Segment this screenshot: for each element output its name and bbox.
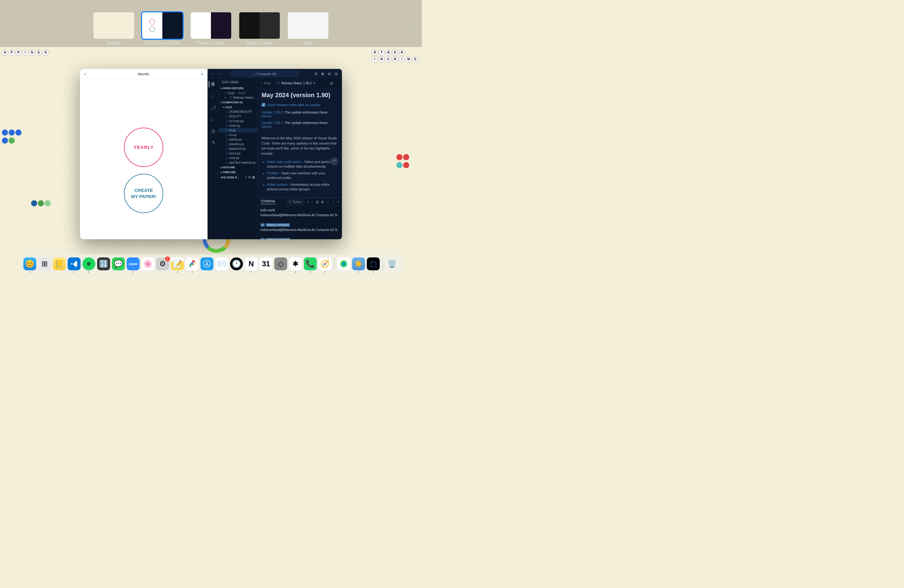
open-editors-section[interactable]: ▾OPEN EDITORS bbox=[219, 86, 257, 91]
file-item[interactable]: ⬡pikachu2.py bbox=[219, 146, 257, 151]
timeline-section[interactable]: ▸TIMELINE bbox=[219, 170, 257, 175]
more-actions-icon[interactable]: ⋯ bbox=[335, 81, 339, 85]
python-file-icon: ⬡ bbox=[226, 120, 228, 123]
tab-hi-py[interactable]: ⬡hi.py bbox=[258, 79, 274, 87]
dock-slack[interactable]: ✱ bbox=[289, 258, 302, 270]
kill-terminal-icon[interactable]: 🗑 bbox=[321, 200, 324, 204]
add-space-button[interactable]: + bbox=[408, 23, 413, 33]
toggle-secondary-icon[interactable]: ▤ bbox=[328, 72, 332, 76]
run-debug-icon[interactable]: ▷ bbox=[210, 116, 216, 122]
search-text: Computer A2 bbox=[257, 72, 277, 76]
open-editor-item[interactable]: ⬡hi.py masti bbox=[219, 91, 257, 95]
space-rove-code[interactable]: Rove Papers & Code bbox=[142, 12, 183, 45]
dock-spotify[interactable] bbox=[82, 258, 95, 270]
dock-notes[interactable]: 📝 bbox=[171, 258, 184, 270]
subfolder-item[interactable]: ▾masti bbox=[219, 105, 257, 109]
release-notes-content[interactable]: May 2024 (version 1.90) ✓ Show release n… bbox=[258, 87, 342, 198]
terminal-shell-select[interactable]: ⬡Python bbox=[286, 199, 304, 204]
terminal-tab[interactable]: TERMINAL bbox=[261, 199, 276, 204]
folder-section[interactable]: ▾COMPUTER A2 bbox=[219, 100, 257, 105]
tab-release-notes[interactable]: ☰Release Notes: 1.90.2× bbox=[274, 79, 319, 87]
dock-clock[interactable]: 🕐 bbox=[230, 258, 243, 270]
file-item[interactable]: ⬡DOAREMON.PY bbox=[219, 109, 257, 114]
file-item[interactable]: ⬡pikachu.py bbox=[219, 142, 257, 146]
extensions-icon[interactable]: ⊞ bbox=[210, 128, 216, 134]
space-preview-slack[interactable]: Preview & Slack bbox=[191, 12, 231, 45]
dock-whatsapp[interactable]: 📞 bbox=[304, 258, 317, 270]
nav-forward-icon[interactable]: → bbox=[218, 71, 222, 76]
file-item[interactable]: ⬡rose.py bbox=[219, 156, 257, 160]
terminal-more-icon[interactable]: ⋯ bbox=[280, 200, 283, 204]
outline-section[interactable]: ▸OUTLINE bbox=[219, 165, 257, 170]
source-control-icon[interactable]: ⎇ bbox=[210, 104, 216, 111]
dock-app[interactable]: ▢ bbox=[367, 258, 380, 270]
dock-finder[interactable]: 😊 bbox=[24, 258, 36, 270]
create-paper-button[interactable]: CREATE MY PAPER! bbox=[124, 174, 163, 213]
file-item[interactable]: ⬡sad face jaweria.py bbox=[219, 160, 257, 165]
show-release-notes-checkbox[interactable]: ✓ bbox=[262, 103, 266, 107]
new-terminal-icon[interactable]: + bbox=[307, 200, 308, 204]
explorer-icon[interactable]: 🗎 bbox=[209, 81, 215, 87]
dock-zoom[interactable]: zoom bbox=[127, 258, 140, 270]
chevron-down-icon[interactable]: ⌄ bbox=[311, 200, 313, 204]
dock-stickies[interactable]: 📒 bbox=[53, 258, 66, 270]
dock-photos[interactable]: 🌸 bbox=[141, 258, 154, 270]
space-spotify-finder[interactable]: Spotify & Finder bbox=[239, 12, 280, 45]
dock-appstore[interactable]: Ⓐ bbox=[201, 258, 213, 270]
dock-safari[interactable]: 🧭 bbox=[319, 258, 332, 270]
nav-back-icon[interactable]: ← bbox=[211, 71, 215, 76]
split-editor-icon[interactable]: ▥ bbox=[330, 81, 333, 85]
customize-layout-icon[interactable]: ▧ bbox=[335, 72, 339, 76]
more-icon[interactable]: ⋯ bbox=[327, 200, 330, 204]
dock-launchpad[interactable]: ⊞ bbox=[38, 258, 51, 270]
toggle-panel-icon[interactable]: ▦ bbox=[321, 72, 325, 76]
terminal-body[interactable]: hello worldmahnoorfaisal@Mahnoors-MacBoo… bbox=[258, 206, 342, 239]
space-thumb bbox=[288, 12, 329, 39]
split-terminal-icon[interactable]: ▥ bbox=[316, 200, 319, 204]
file-item[interactable]: ⬡hi.py bbox=[219, 128, 257, 133]
split-fullscreen-window[interactable]: ‹ Alevels ≡ YEARLY CREATE MY PAPER! ← → … bbox=[80, 69, 342, 239]
dock-system-settings[interactable]: ⚙2 bbox=[156, 258, 169, 270]
command-center-search[interactable]: ⌕ Computer A2 bbox=[231, 71, 299, 77]
back-button[interactable]: ‹ bbox=[84, 71, 86, 77]
dock-notion[interactable]: N bbox=[245, 258, 258, 270]
yearly-button[interactable]: YEARLY bbox=[124, 128, 163, 167]
file-item[interactable]: ⬡no.py bbox=[219, 133, 257, 137]
refresh-icon[interactable]: ⟳ bbox=[248, 175, 251, 179]
toggle-sidebar-icon[interactable]: ▥ bbox=[314, 72, 319, 76]
dock-findmy[interactable] bbox=[337, 258, 350, 270]
dock-messages[interactable]: 💬 bbox=[112, 258, 125, 270]
file-item[interactable]: ⬡pizza.py bbox=[219, 151, 257, 156]
add-icon[interactable]: + bbox=[245, 175, 247, 179]
dock-calculator[interactable]: 🔢 bbox=[97, 258, 110, 270]
dock-mail[interactable]: ✉️ bbox=[215, 258, 228, 270]
dock-chrome[interactable] bbox=[186, 258, 199, 270]
dock-trash[interactable]: 🗑️ bbox=[386, 258, 398, 270]
close-panel-icon[interactable]: × bbox=[337, 200, 339, 204]
open-editor-item[interactable]: × ☰Release Notes: ... bbox=[219, 95, 257, 100]
dock-vscode[interactable] bbox=[68, 258, 81, 270]
space-safari[interactable]: Safari bbox=[288, 12, 329, 45]
file-item[interactable]: ⬡panda.py bbox=[219, 137, 257, 142]
scroll-to-top-button[interactable]: ⌃ bbox=[330, 158, 338, 166]
trash-icon[interactable]: 🗑 bbox=[252, 175, 255, 179]
testing-icon[interactable]: ⚗ bbox=[210, 140, 216, 146]
close-icon[interactable]: × bbox=[313, 81, 315, 85]
pets-section[interactable]: ▾VS CODE P... +⟳🗑 bbox=[219, 175, 257, 180]
file-item[interactable]: ⬡DOG.PY bbox=[219, 114, 257, 119]
update-line: Update 1.90.1: The update addresses thes… bbox=[262, 121, 338, 128]
python-file-icon: ⬡ bbox=[226, 115, 228, 118]
dock-roblox[interactable]: ◇ bbox=[274, 258, 287, 270]
explorer-more-icon[interactable]: ⋯ bbox=[251, 81, 254, 84]
dock-calendar[interactable]: 31 bbox=[259, 258, 272, 270]
maximize-icon[interactable]: ⌃ bbox=[332, 200, 335, 204]
space-thumb bbox=[191, 12, 231, 39]
close-icon[interactable]: × bbox=[224, 96, 226, 100]
search-icon[interactable]: ⌕ bbox=[210, 93, 216, 99]
menu-icon[interactable]: ≡ bbox=[201, 72, 203, 77]
python-file-icon: ⬡ bbox=[226, 111, 228, 114]
file-item[interactable]: ⬡for loop.py bbox=[219, 119, 257, 123]
dock-weather[interactable]: ☀️ bbox=[352, 258, 365, 270]
file-item[interactable]: ⬡heart.py bbox=[219, 123, 257, 128]
space-desktop[interactable]: Desktop bbox=[93, 12, 134, 45]
